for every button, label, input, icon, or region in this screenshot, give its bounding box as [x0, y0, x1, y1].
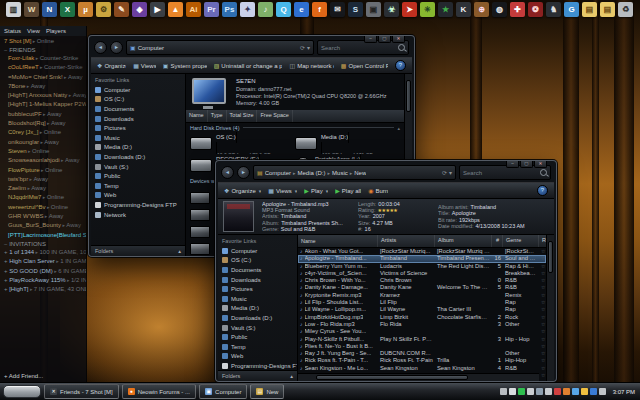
desktop-icon[interactable]: ☣	[384, 2, 399, 17]
friends-group-header[interactable]: FRIENDS	[0, 46, 86, 54]
scrollbar-thumb[interactable]	[548, 241, 553, 273]
file-rating-star-icon[interactable]	[539, 292, 546, 299]
detail-value[interactable]: 16	[365, 226, 371, 232]
tray-icon[interactable]	[599, 388, 606, 395]
scrollbar-thumb[interactable]	[406, 80, 411, 112]
tray-icon[interactable]	[509, 388, 516, 395]
buddy-row[interactable]: 7BoneAway	[0, 82, 86, 91]
favorite-link[interactable]: Public	[222, 332, 297, 342]
buddy-row[interactable]: wereertzul^BvOnline	[0, 203, 86, 212]
hdd-group-header[interactable]: Hard Disk Drives (4)	[186, 123, 404, 132]
server-row[interactable]: [HighT]7 IN GAME, 43 ONLINE	[0, 285, 86, 294]
desktop-icon[interactable]: ▤	[600, 2, 615, 17]
file-row[interactable]: Kryptonite Remix.mp3 Kramez Remix	[298, 292, 546, 299]
toolbar-button[interactable]: ▩ Open Control Panel	[341, 62, 388, 69]
favorite-link[interactable]: Downloads	[95, 114, 185, 124]
favorite-link[interactable]: Temp	[222, 342, 297, 352]
desktop-icon[interactable]: ⊕	[474, 2, 489, 17]
file-row[interactable]: Apologize - Timbaland... Timbaland Timba…	[298, 255, 546, 262]
refresh-icon[interactable]: ⟳	[442, 169, 447, 176]
buddy-row[interactable]: Foxr-LilakCounter-Strike	[0, 54, 86, 63]
toolbar-button[interactable]: ▣ System properties	[163, 62, 207, 69]
buddy-row[interactable]: onikounglarAway	[0, 138, 86, 147]
close-button[interactable]: ✕	[534, 161, 547, 168]
breadcrumb-item[interactable]: Computer	[138, 45, 164, 51]
forward-button[interactable]: ►	[237, 166, 250, 179]
desktop-icon[interactable]: f	[312, 2, 327, 17]
menu-item[interactable]: Status	[4, 28, 21, 34]
minimize-button[interactable]: –	[364, 36, 377, 43]
column-header[interactable]: Free Space	[257, 110, 292, 122]
file-row[interactable]: LimpBizkitHotDog.mp3 Limp Bizkit Chocola…	[298, 314, 546, 321]
toolbar-button[interactable]: ▨ Uninstall or change a program	[214, 62, 283, 69]
favorite-link[interactable]: Web	[95, 191, 185, 201]
favorite-link[interactable]: Pictures	[95, 123, 185, 133]
breadcrumb[interactable]: ▣ Computer ⟳ ▾	[126, 40, 314, 55]
tray-icon[interactable]	[554, 388, 561, 395]
device-drive-icon[interactable]	[190, 243, 210, 255]
taskbar-clock[interactable]: 3:07 PM	[613, 389, 635, 395]
desktop-icon[interactable]: K	[456, 2, 471, 17]
favorite-link[interactable]: Media (D:)	[95, 143, 185, 153]
file-rating-star-icon[interactable]	[539, 299, 546, 306]
favorite-link[interactable]: Vault (S:)	[222, 323, 297, 333]
desktop-icon[interactable]: ◈	[132, 2, 147, 17]
desktop-icon[interactable]: X	[60, 2, 75, 17]
tray-icon[interactable]	[572, 388, 579, 395]
server-row[interactable]: PlayRockAway 115%1/2 IN GA...	[0, 276, 86, 285]
desktop-icon[interactable]: ✦	[240, 2, 255, 17]
file-row[interactable]: Sean Kingston - Me Lo... Sean Kingston S…	[298, 365, 546, 372]
toolbar-button[interactable]: ❖ Organize	[224, 187, 261, 194]
desktop-icon[interactable]: ✚	[510, 2, 525, 17]
file-row[interactable]: c4yr-Victims_of_Scien... Victims of Scie…	[298, 270, 546, 277]
breadcrumb[interactable]: ▤ ComputerMedia (D:)MusicNew ⟳ ▾	[253, 165, 456, 180]
task-button[interactable]: ● Neowin Forums - ...	[122, 384, 196, 399]
file-rating-star-icon[interactable]	[539, 350, 546, 357]
help-icon[interactable]: ?	[395, 60, 406, 71]
back-button[interactable]: ◄	[221, 166, 234, 179]
desktop-icon[interactable]: W	[24, 2, 39, 17]
desktop-icon[interactable]: ▶	[150, 2, 165, 17]
desktop-icon[interactable]: ❂	[528, 2, 543, 17]
vertical-scrollbar[interactable]	[546, 235, 554, 381]
task-button[interactable]: ▤ New	[250, 384, 284, 399]
file-rating-star-icon[interactable]	[539, 321, 546, 328]
desktop-icon[interactable]: ♞	[546, 2, 561, 17]
minimize-button[interactable]: –	[506, 161, 519, 168]
desktop-icon[interactable]: S	[348, 2, 363, 17]
toolbar-button[interactable]: ◫ Map network drive	[289, 62, 333, 69]
desktop-icon[interactable]: ✉	[330, 2, 345, 17]
favorite-link[interactable]: Music	[222, 294, 297, 304]
file-rating-star-icon[interactable]	[539, 306, 546, 313]
address-dropdown-icon[interactable]: ▾	[449, 169, 452, 176]
favorite-link[interactable]: Downloads (D:)	[222, 313, 297, 323]
favorite-link[interactable]: Downloads	[222, 275, 297, 285]
buddy-row[interactable]: [HighT] Anxxous NattyAway	[0, 91, 86, 100]
device-drive-icon[interactable]	[190, 226, 210, 238]
favorite-link[interactable]: Computer	[95, 85, 185, 95]
buddy-row[interactable]: NJqqdrlMw7Online	[0, 193, 86, 202]
desktop-icon[interactable]: ◍	[492, 2, 507, 17]
toolbar-button[interactable]: ▦ Views	[268, 187, 297, 194]
file-row[interactable]: Lil Flip - Shoulda List... Lil Flip Rap	[298, 299, 546, 306]
drive-item[interactable]: Media (D:) 106 GB free of 171 GB	[295, 132, 400, 154]
server-row[interactable]: High Clan Server1 IN GAME, 1/2...	[0, 257, 86, 266]
favorite-link[interactable]: Temp	[95, 181, 185, 191]
column-header-track[interactable]: #	[492, 235, 503, 247]
start-button[interactable]	[3, 385, 41, 398]
desktop-icon[interactable]: ▣	[366, 2, 381, 17]
desktop-icon[interactable]: µ	[78, 2, 93, 17]
file-rating-star-icon[interactable]	[539, 357, 546, 364]
buddy-row[interactable]: =MoMo= Chief Smk!Away	[0, 73, 86, 82]
address-dropdown-icon[interactable]: ▾	[307, 44, 310, 51]
favorite-link[interactable]: Documents	[95, 104, 185, 114]
favorite-link[interactable]: Computer	[222, 246, 297, 256]
desktop-icon[interactable]: ➤	[402, 2, 417, 17]
file-row[interactable]: Chris Brown - With Yo... Chris Brown 0 R…	[298, 277, 546, 284]
buddy-row[interactable]: [HighT] 1-Melius Kapper P2WAway	[0, 100, 86, 109]
buddy-row[interactable]: [PTT]Lacrimosone[Bleufard Steak]	[0, 231, 86, 240]
desktop-icon[interactable]: ♪	[258, 2, 273, 17]
drive-item[interactable]: OS (C:) 10.0 GB free of 72.6 GB	[190, 132, 295, 154]
folders-band[interactable]: Folders ▴	[218, 370, 297, 381]
favorite-link[interactable]: Public	[95, 171, 185, 181]
